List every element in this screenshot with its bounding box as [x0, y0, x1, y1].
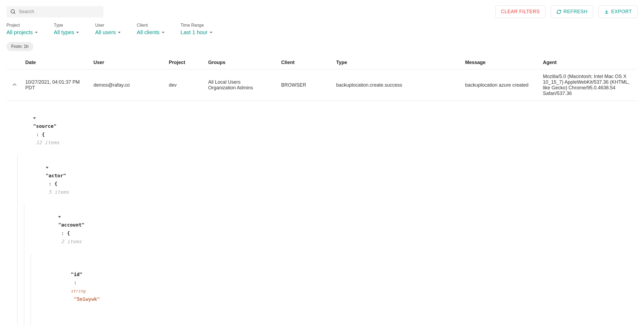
caret-down-icon	[210, 32, 212, 33]
export-button[interactable]: EXPORT	[598, 5, 638, 18]
filter-type[interactable]: Type All types	[54, 23, 79, 36]
col-user: User	[91, 56, 166, 69]
search-input[interactable]	[19, 9, 100, 15]
cell-project: dev	[166, 69, 205, 101]
jv-key-source: "source"	[33, 123, 57, 129]
caret-down-icon	[35, 32, 38, 33]
caret-down-icon	[76, 32, 79, 33]
filter-client-label: Client	[137, 23, 164, 28]
caret-icon[interactable]	[33, 117, 36, 119]
refresh-label: REFRESH	[564, 9, 588, 15]
jv-meta: 5 items	[49, 189, 69, 195]
jv-key-actor: "actor"	[46, 173, 66, 178]
cell-message: backuplocation azure created	[463, 69, 540, 101]
table-row: 10/27/2021, 04:01:37 PM PDT demos@rafay.…	[6, 69, 638, 101]
download-icon	[604, 9, 609, 14]
filter-time-label: Time Range	[181, 23, 212, 28]
cell-user: demos@rafay.co	[91, 69, 166, 101]
filter-project[interactable]: Project All projects	[6, 23, 38, 36]
svg-line-1	[14, 12, 15, 14]
filter-type-label: Type	[54, 23, 79, 28]
search-icon	[10, 9, 16, 15]
export-label: EXPORT	[611, 9, 632, 15]
caret-icon[interactable]	[46, 167, 48, 169]
expand-toggle[interactable]	[6, 69, 23, 101]
col-date: Date	[23, 56, 91, 69]
col-groups: Groups	[205, 56, 278, 69]
jv-key-id: "id"	[71, 271, 82, 277]
cell-date: 10/27/2021, 04:01:37 PM PDT	[23, 69, 91, 101]
col-client: Client	[278, 56, 333, 69]
search-box[interactable]	[6, 6, 103, 17]
jv-meta: 2 items	[61, 239, 82, 244]
chevron-up-icon	[13, 83, 16, 87]
col-project: Project	[166, 56, 205, 69]
filter-user[interactable]: User All users	[95, 23, 121, 36]
caret-icon[interactable]	[58, 216, 61, 218]
audit-table: Date User Project Groups Client Type Mes…	[6, 56, 638, 101]
filter-time-range[interactable]: Time Range Last 1 hour	[181, 23, 212, 36]
clear-filters-label: CLEAR FILTERS	[501, 9, 540, 15]
caret-down-icon	[162, 32, 164, 33]
clear-filters-button[interactable]: CLEAR FILTERS	[495, 5, 545, 18]
json-detail: "source" : { 12 items "actor" : { 5 item…	[6, 101, 638, 325]
cell-groups: All Local Users Organization Admins	[205, 69, 278, 101]
jv-value: "5m1wywk"	[74, 296, 100, 302]
filter-client[interactable]: Client All clients	[137, 23, 164, 36]
jv-meta: 12 items	[36, 140, 60, 145]
jv-key-account: "account"	[58, 222, 85, 228]
filter-time-value: Last 1 hour	[181, 29, 208, 36]
col-message: Message	[463, 56, 540, 69]
filter-type-value: All types	[54, 29, 74, 36]
refresh-button[interactable]: REFRESH	[551, 5, 593, 18]
filter-user-label: User	[95, 23, 121, 28]
cell-type: backuplocation.create.success	[334, 69, 463, 101]
filter-client-value: All clients	[137, 29, 159, 36]
cell-agent: Mozilla/5.0 (Macintosh; Intel Mac OS X 1…	[540, 69, 638, 101]
time-chip[interactable]: From: 1h	[6, 42, 33, 51]
refresh-icon	[556, 9, 561, 14]
cell-client: BROWSER	[278, 69, 333, 101]
filter-project-value: All projects	[6, 29, 33, 36]
filter-project-label: Project	[6, 23, 38, 28]
col-agent: Agent	[540, 56, 638, 69]
col-type: Type	[334, 56, 463, 69]
caret-down-icon	[118, 32, 121, 33]
filter-user-value: All users	[95, 29, 116, 36]
svg-point-0	[11, 9, 15, 13]
jv-type: string	[71, 289, 85, 294]
